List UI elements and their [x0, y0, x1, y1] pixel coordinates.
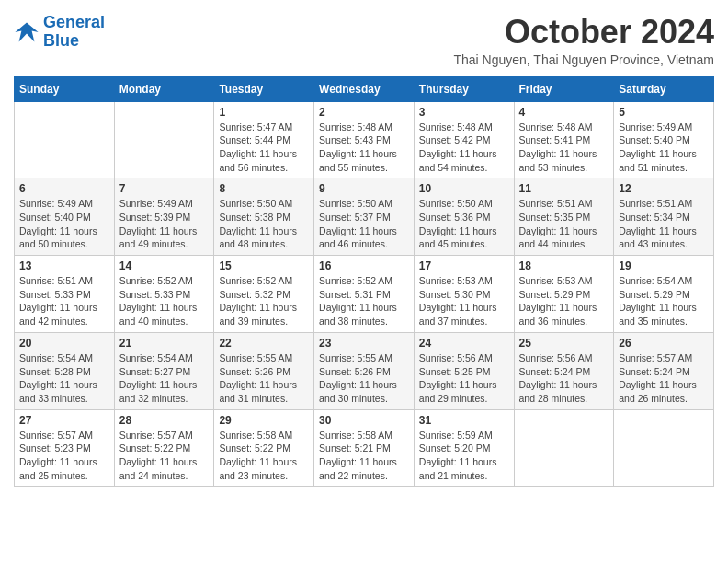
- day-number: 17: [419, 259, 509, 272]
- day-cell: 21Sunrise: 5:54 AMSunset: 5:27 PMDayligh…: [114, 332, 214, 409]
- logo: General Blue: [14, 14, 105, 51]
- day-number: 5: [619, 106, 709, 119]
- day-number: 29: [219, 414, 309, 427]
- day-cell: 4Sunrise: 5:48 AMSunset: 5:41 PMDaylight…: [514, 101, 614, 178]
- day-cell: 13Sunrise: 5:51 AMSunset: 5:33 PMDayligh…: [15, 256, 115, 333]
- day-cell: 10Sunrise: 5:50 AMSunset: 5:36 PMDayligh…: [414, 178, 514, 256]
- week-row-1: 1Sunrise: 5:47 AMSunset: 5:44 PMDaylight…: [15, 101, 714, 178]
- weekday-header-thursday: Thursday: [414, 76, 514, 101]
- day-cell: 14Sunrise: 5:52 AMSunset: 5:33 PMDayligh…: [114, 256, 214, 333]
- day-number: 25: [519, 337, 609, 350]
- day-cell: 6Sunrise: 5:49 AMSunset: 5:40 PMDaylight…: [15, 178, 115, 256]
- day-info: Sunrise: 5:58 AMSunset: 5:22 PMDaylight:…: [219, 429, 309, 483]
- day-number: 9: [319, 182, 409, 195]
- day-info: Sunrise: 5:57 AMSunset: 5:24 PMDaylight:…: [619, 351, 709, 406]
- day-info: Sunrise: 5:51 AMSunset: 5:33 PMDaylight:…: [19, 274, 109, 328]
- day-number: 6: [19, 182, 109, 195]
- day-cell: 27Sunrise: 5:57 AMSunset: 5:23 PMDayligh…: [15, 409, 115, 487]
- day-info: Sunrise: 5:47 AMSunset: 5:44 PMDaylight:…: [219, 121, 309, 175]
- day-info: Sunrise: 5:54 AMSunset: 5:29 PMDaylight:…: [619, 274, 709, 328]
- week-row-3: 13Sunrise: 5:51 AMSunset: 5:33 PMDayligh…: [15, 256, 714, 333]
- day-number: 1: [219, 106, 309, 119]
- page-header: General Blue October 2024 Thai Nguyen, T…: [14, 14, 714, 67]
- day-cell: 16Sunrise: 5:52 AMSunset: 5:31 PMDayligh…: [314, 256, 415, 333]
- weekday-header-saturday: Saturday: [614, 76, 714, 101]
- weekday-header-sunday: Sunday: [15, 76, 115, 101]
- day-cell: 28Sunrise: 5:57 AMSunset: 5:22 PMDayligh…: [114, 409, 214, 487]
- day-cell: [614, 409, 714, 487]
- day-info: Sunrise: 5:50 AMSunset: 5:38 PMDaylight:…: [219, 197, 309, 251]
- day-cell: 24Sunrise: 5:56 AMSunset: 5:25 PMDayligh…: [414, 332, 514, 409]
- day-cell: 23Sunrise: 5:55 AMSunset: 5:26 PMDayligh…: [314, 332, 415, 409]
- day-cell: 31Sunrise: 5:59 AMSunset: 5:20 PMDayligh…: [414, 409, 514, 487]
- day-number: 8: [219, 182, 309, 195]
- day-info: Sunrise: 5:49 AMSunset: 5:40 PMDaylight:…: [19, 197, 109, 251]
- logo-icon: [14, 19, 40, 45]
- day-number: 28: [119, 414, 210, 427]
- day-info: Sunrise: 5:59 AMSunset: 5:20 PMDaylight:…: [419, 429, 509, 483]
- day-number: 10: [419, 182, 509, 195]
- day-info: Sunrise: 5:49 AMSunset: 5:40 PMDaylight:…: [619, 121, 709, 175]
- day-info: Sunrise: 5:52 AMSunset: 5:33 PMDaylight:…: [119, 274, 210, 328]
- day-number: 18: [519, 259, 609, 272]
- day-number: 19: [619, 259, 709, 272]
- day-cell: 1Sunrise: 5:47 AMSunset: 5:44 PMDaylight…: [214, 101, 314, 178]
- weekday-header-wednesday: Wednesday: [314, 76, 415, 101]
- day-info: Sunrise: 5:51 AMSunset: 5:34 PMDaylight:…: [619, 197, 709, 251]
- day-cell: 22Sunrise: 5:55 AMSunset: 5:26 PMDayligh…: [214, 332, 314, 409]
- day-number: 31: [419, 414, 509, 427]
- day-number: 30: [319, 414, 409, 427]
- day-cell: 26Sunrise: 5:57 AMSunset: 5:24 PMDayligh…: [614, 332, 714, 409]
- day-info: Sunrise: 5:48 AMSunset: 5:42 PMDaylight:…: [419, 121, 509, 175]
- day-number: 23: [319, 337, 409, 350]
- day-number: 14: [119, 259, 210, 272]
- day-cell: 7Sunrise: 5:49 AMSunset: 5:39 PMDaylight…: [114, 178, 214, 256]
- day-number: 15: [219, 259, 309, 272]
- week-row-5: 27Sunrise: 5:57 AMSunset: 5:23 PMDayligh…: [15, 409, 714, 487]
- day-number: 7: [119, 182, 210, 195]
- day-info: Sunrise: 5:52 AMSunset: 5:31 PMDaylight:…: [319, 274, 409, 328]
- day-cell: 25Sunrise: 5:56 AMSunset: 5:24 PMDayligh…: [514, 332, 614, 409]
- day-info: Sunrise: 5:58 AMSunset: 5:21 PMDaylight:…: [319, 429, 409, 483]
- day-cell: 3Sunrise: 5:48 AMSunset: 5:42 PMDaylight…: [414, 101, 514, 178]
- day-info: Sunrise: 5:50 AMSunset: 5:36 PMDaylight:…: [419, 197, 509, 251]
- day-info: Sunrise: 5:54 AMSunset: 5:28 PMDaylight:…: [19, 351, 109, 406]
- weekday-header-tuesday: Tuesday: [214, 76, 314, 101]
- weekday-header-row: SundayMondayTuesdayWednesdayThursdayFrid…: [15, 76, 714, 101]
- day-info: Sunrise: 5:56 AMSunset: 5:25 PMDaylight:…: [419, 351, 509, 406]
- day-number: 3: [419, 106, 509, 119]
- day-number: 22: [219, 337, 309, 350]
- day-cell: 29Sunrise: 5:58 AMSunset: 5:22 PMDayligh…: [214, 409, 314, 487]
- day-number: 2: [319, 106, 409, 119]
- day-cell: [114, 101, 214, 178]
- day-number: 4: [519, 106, 609, 119]
- day-number: 12: [619, 182, 709, 195]
- day-cell: 2Sunrise: 5:48 AMSunset: 5:43 PMDaylight…: [314, 101, 415, 178]
- day-number: 27: [19, 414, 109, 427]
- svg-marker-0: [15, 22, 38, 41]
- day-cell: 12Sunrise: 5:51 AMSunset: 5:34 PMDayligh…: [614, 178, 714, 256]
- day-info: Sunrise: 5:51 AMSunset: 5:35 PMDaylight:…: [519, 197, 609, 251]
- week-row-2: 6Sunrise: 5:49 AMSunset: 5:40 PMDaylight…: [15, 178, 714, 256]
- day-cell: 8Sunrise: 5:50 AMSunset: 5:38 PMDaylight…: [214, 178, 314, 256]
- day-number: 11: [519, 182, 609, 195]
- day-info: Sunrise: 5:54 AMSunset: 5:27 PMDaylight:…: [119, 351, 210, 406]
- day-cell: 19Sunrise: 5:54 AMSunset: 5:29 PMDayligh…: [614, 256, 714, 333]
- day-cell: [514, 409, 614, 487]
- day-info: Sunrise: 5:52 AMSunset: 5:32 PMDaylight:…: [219, 274, 309, 328]
- day-cell: 15Sunrise: 5:52 AMSunset: 5:32 PMDayligh…: [214, 256, 314, 333]
- day-cell: 30Sunrise: 5:58 AMSunset: 5:21 PMDayligh…: [314, 409, 415, 487]
- day-info: Sunrise: 5:48 AMSunset: 5:41 PMDaylight:…: [519, 121, 609, 175]
- logo-text: General Blue: [43, 14, 105, 51]
- day-number: 16: [319, 259, 409, 272]
- week-row-4: 20Sunrise: 5:54 AMSunset: 5:28 PMDayligh…: [15, 332, 714, 409]
- title-section: October 2024 Thai Nguyen, Thai Nguyen Pr…: [453, 14, 714, 67]
- day-number: 20: [19, 337, 109, 350]
- day-info: Sunrise: 5:49 AMSunset: 5:39 PMDaylight:…: [119, 197, 210, 251]
- location-subtitle: Thai Nguyen, Thai Nguyen Province, Vietn…: [453, 52, 714, 67]
- day-cell: 5Sunrise: 5:49 AMSunset: 5:40 PMDaylight…: [614, 101, 714, 178]
- day-info: Sunrise: 5:50 AMSunset: 5:37 PMDaylight:…: [319, 197, 409, 251]
- day-info: Sunrise: 5:55 AMSunset: 5:26 PMDaylight:…: [319, 351, 409, 406]
- day-number: 21: [119, 337, 210, 350]
- day-cell: 18Sunrise: 5:53 AMSunset: 5:29 PMDayligh…: [514, 256, 614, 333]
